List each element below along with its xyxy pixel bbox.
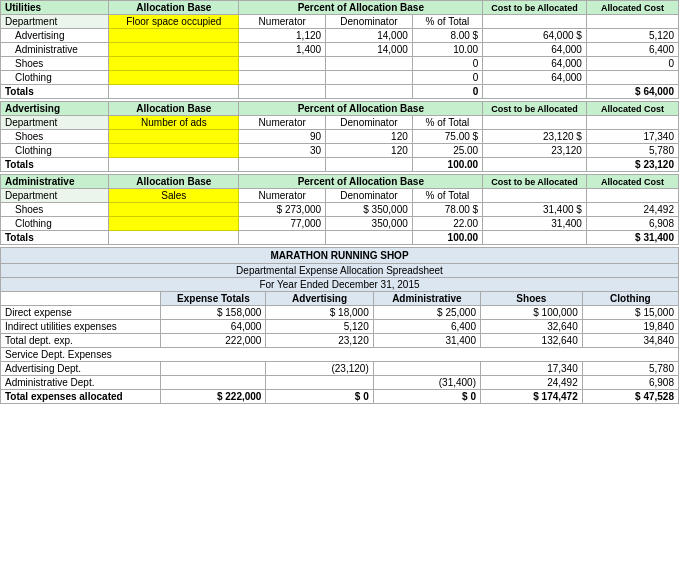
advertising-pct-total-label: % of Total [412, 116, 482, 130]
admin-pct-total-label: % of Total [412, 189, 482, 203]
indirect-label: Indirect utilities expenses [1, 320, 161, 334]
utilities-row-shoes-name: Shoes [1, 57, 109, 71]
utilities-row-advertising-pct: 8.00 $ [412, 29, 482, 43]
advertising-row-shoes-base[interactable] [109, 130, 239, 144]
utilities-row-shoes-alloc: 0 [586, 57, 678, 71]
total-expenses-shoes: $ 174,472 [481, 390, 583, 404]
utilities-row-advertising-base[interactable] [109, 29, 239, 43]
total-dept-administrative: 31,400 [373, 334, 480, 348]
admin-totals-label: Totals [1, 231, 109, 245]
total-expenses-advertising: $ 0 [266, 390, 373, 404]
indirect-advertising: 5,120 [266, 320, 373, 334]
direct-expense-clothing: $ 15,000 [582, 306, 678, 320]
admin-dept-clothing: 6,908 [582, 376, 678, 390]
utilities-pct-header: Percent of Allocation Base [239, 1, 483, 15]
utilities-row-clothing-name: Clothing [1, 71, 109, 85]
admin-alloc-base-value[interactable]: Sales [109, 189, 239, 203]
total-dept-advertising: 23,120 [266, 334, 373, 348]
utilities-row-admin-pct: 10.00 [412, 43, 482, 57]
advertising-row-clothing-pct: 25.00 [412, 144, 482, 158]
utilities-alloc-cost-header: Allocated Cost [586, 1, 678, 15]
col-administrative: Administrative [373, 292, 480, 306]
advertising-row-shoes-name: Shoes [1, 130, 109, 144]
admin-row-shoes-base[interactable] [109, 203, 239, 217]
utilities-dept-label: Department [1, 15, 109, 29]
period-label: For Year Ended December 31, 2015 [1, 278, 679, 292]
admin-row-clothing-denominator: 350,000 [326, 217, 413, 231]
total-dept-shoes: 132,640 [481, 334, 583, 348]
advertising-row-clothing-denominator: 120 [326, 144, 413, 158]
bottom-service-dept-row: Service Dept. Expenses [1, 348, 679, 362]
admin-cost-header: Cost to be Allocated [483, 175, 587, 189]
col-advertising: Advertising [266, 292, 373, 306]
company-row: MARATHON RUNNING SHOP [1, 248, 679, 264]
utilities-row-shoes-pct: 0 [412, 57, 482, 71]
advertising-totals-pct: 100.00 [412, 158, 482, 172]
bottom-admin-dept-row: Administrative Dept. (31,400) 24,492 6,9… [1, 376, 679, 390]
utilities-row-shoes-base[interactable] [109, 57, 239, 71]
admin-pct-header: Percent of Allocation Base [239, 175, 483, 189]
advertising-dept-label: Department [1, 116, 109, 130]
utilities-header-row: Utilities Allocation Base Percent of All… [1, 1, 679, 15]
advertising-row-clothing-base[interactable] [109, 144, 239, 158]
admin-row-shoes-numerator: $ 273,000 [239, 203, 326, 217]
utilities-row-admin-base[interactable] [109, 43, 239, 57]
admin-alloc-base-header: Allocation Base [109, 175, 239, 189]
admin-row-shoes-cost: 31,400 $ [483, 203, 587, 217]
utilities-pct-total-label: % of Total [412, 15, 482, 29]
advertising-dept-label: Advertising Dept. [1, 362, 161, 376]
advertising-dept-advertising: (23,120) [266, 362, 373, 376]
indirect-shoes: 32,640 [481, 320, 583, 334]
advertising-alloc-base-header: Allocation Base [109, 102, 239, 116]
admin-clothing-row: Clothing 77,000 350,000 22.00 31,400 6,9… [1, 217, 679, 231]
utilities-row-admin-name: Administrative [1, 43, 109, 57]
advertising-shoes-row: Shoes 90 120 75.00 $ 23,120 $ 17,340 [1, 130, 679, 144]
direct-expense-total: $ 158,000 [161, 306, 266, 320]
spreadsheet-title: Departmental Expense Allocation Spreadsh… [1, 264, 679, 278]
utilities-row-advertising-cost: 64,000 $ [483, 29, 587, 43]
spreadsheet-title-row: Departmental Expense Allocation Spreadsh… [1, 264, 679, 278]
utilities-totals-row: Totals 0 $ 64,000 [1, 85, 679, 99]
utilities-advertising-row: Advertising 1,120 14,000 8.00 $ 64,000 $… [1, 29, 679, 43]
bottom-advertising-dept-row: Advertising Dept. (23,120) 17,340 5,780 [1, 362, 679, 376]
direct-expense-shoes: $ 100,000 [481, 306, 583, 320]
admin-row-clothing-base[interactable] [109, 217, 239, 231]
admin-label: Administrative [1, 175, 109, 189]
allocation-table: Utilities Allocation Base Percent of All… [0, 0, 679, 245]
utilities-totals-label: Totals [1, 85, 109, 99]
bottom-direct-expense-row: Direct expense $ 158,000 $ 18,000 $ 25,0… [1, 306, 679, 320]
bottom-col-headers: Expense Totals Advertising Administrativ… [1, 292, 679, 306]
bottom-indirect-row: Indirect utilities expenses 64,000 5,120… [1, 320, 679, 334]
advertising-numerator-label: Numerator [239, 116, 326, 130]
utilities-alloc-base-value[interactable]: Floor space occupied [109, 15, 239, 29]
advertising-pct-header: Percent of Allocation Base [239, 102, 483, 116]
advertising-cost-header: Cost to be Allocated [483, 102, 587, 116]
utilities-administrative-row: Administrative 1,400 14,000 10.00 64,000… [1, 43, 679, 57]
admin-row-clothing-numerator: 77,000 [239, 217, 326, 231]
admin-row-shoes-alloc: 24,492 [586, 203, 678, 217]
advertising-row-shoes-pct: 75.00 $ [412, 130, 482, 144]
indirect-total: 64,000 [161, 320, 266, 334]
admin-row-shoes-denominator: $ 350,000 [326, 203, 413, 217]
utilities-cost-header: Cost to be Allocated [483, 1, 587, 15]
admin-alloc-cost-header: Allocated Cost [586, 175, 678, 189]
admin-denominator-label: Denominator [326, 189, 413, 203]
direct-expense-advertising: $ 18,000 [266, 306, 373, 320]
admin-shoes-row: Shoes $ 273,000 $ 350,000 78.00 $ 31,400… [1, 203, 679, 217]
utilities-row-advertising-numerator: 1,120 [239, 29, 326, 43]
direct-expense-label: Direct expense [1, 306, 161, 320]
col-shoes: Shoes [481, 292, 583, 306]
admin-header-row: Administrative Allocation Base Percent o… [1, 175, 679, 189]
admin-dept-shoes: 24,492 [481, 376, 583, 390]
admin-totals-row: Totals 100.00 $ 31,400 [1, 231, 679, 245]
advertising-alloc-base-value[interactable]: Number of ads [109, 116, 239, 130]
utilities-row-clothing-base[interactable] [109, 71, 239, 85]
utilities-shoes-row: Shoes 0 64,000 0 [1, 57, 679, 71]
advertising-row-shoes-numerator: 90 [239, 130, 326, 144]
bottom-total-dept-row: Total dept. exp. 222,000 23,120 31,400 1… [1, 334, 679, 348]
utilities-row-admin-alloc: 6,400 [586, 43, 678, 57]
admin-dept-administrative: (31,400) [373, 376, 480, 390]
col-clothing: Clothing [582, 292, 678, 306]
utilities-label: Utilities [1, 1, 109, 15]
utilities-row-advertising-name: Advertising [1, 29, 109, 43]
